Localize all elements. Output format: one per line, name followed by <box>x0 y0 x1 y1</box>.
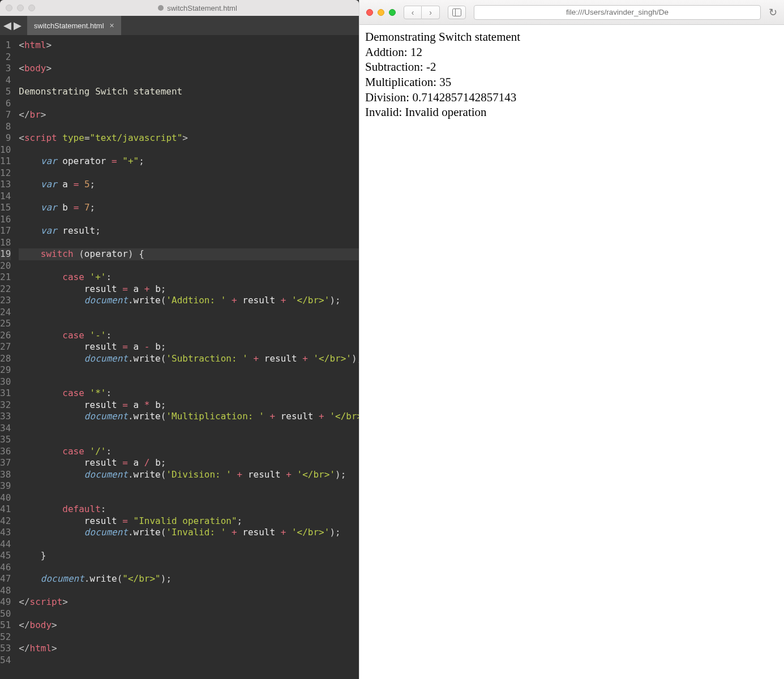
address-bar[interactable]: file:///Users/ravinder_singh/De <box>474 5 761 20</box>
close-window-icon[interactable] <box>366 9 373 16</box>
output-line: Multiplication: 35 <box>365 75 778 90</box>
zoom-window-icon[interactable] <box>389 9 396 16</box>
browser-toolbar: ‹ › file:///Users/ravinder_singh/De ↻ <box>359 0 784 25</box>
safari-window: ‹ › file:///Users/ravinder_singh/De ↻ De… <box>359 0 784 679</box>
forward-button[interactable]: › <box>422 6 440 19</box>
tab-switchstatement[interactable]: switchStatement.html × <box>27 16 121 35</box>
tab-close-icon[interactable]: × <box>110 22 114 29</box>
sidebar-toggle-button[interactable] <box>448 6 466 19</box>
svg-rect-0 <box>453 8 461 16</box>
minimize-window-icon[interactable] <box>378 9 384 16</box>
sidebar-icon <box>452 8 461 16</box>
editor-window-title: switchStatement.html <box>42 4 353 12</box>
unsaved-dot-icon <box>158 5 164 11</box>
output-line: Division: 0.7142857142857143 <box>365 90 778 105</box>
line-number-gutter: 1234567891011121314151617181920212223242… <box>0 35 19 679</box>
editor-titlebar: switchStatement.html <box>0 0 359 16</box>
editor-nav-arrows: ◀ ▶ <box>3 19 22 32</box>
zoom-window-icon[interactable] <box>28 5 35 11</box>
output-line: Addtion: 12 <box>365 45 778 60</box>
nav-forward-icon[interactable]: ▶ <box>14 19 22 32</box>
editor-tabbar: ◀ ▶ switchStatement.html × <box>0 16 359 35</box>
nav-button-group: ‹ › <box>404 6 440 19</box>
tab-label: switchStatement.html <box>34 22 104 30</box>
editor-body[interactable]: 1234567891011121314151617181920212223242… <box>0 35 359 679</box>
back-button[interactable]: ‹ <box>404 6 422 19</box>
close-window-icon[interactable] <box>6 5 12 11</box>
reload-button[interactable]: ↻ <box>769 6 777 19</box>
output-line: Subtraction: -2 <box>365 59 778 75</box>
code-area[interactable]: <html><body>Demonstrating Switch stateme… <box>19 35 359 679</box>
output-line: Demonstrating Switch statement <box>365 29 778 45</box>
code-editor-window: switchStatement.html ◀ ▶ switchStatement… <box>0 0 359 679</box>
editor-traffic-lights <box>6 5 35 11</box>
editor-filename: switchStatement.html <box>167 4 237 12</box>
address-text: file:///Users/ravinder_singh/De <box>566 8 669 16</box>
browser-traffic-lights <box>366 9 396 16</box>
minimize-window-icon[interactable] <box>17 5 24 11</box>
browser-body: Demonstrating Switch statement Addtion: … <box>359 25 784 124</box>
nav-back-icon[interactable]: ◀ <box>3 19 11 32</box>
output-line: Invalid: Invalid operation <box>365 105 778 120</box>
